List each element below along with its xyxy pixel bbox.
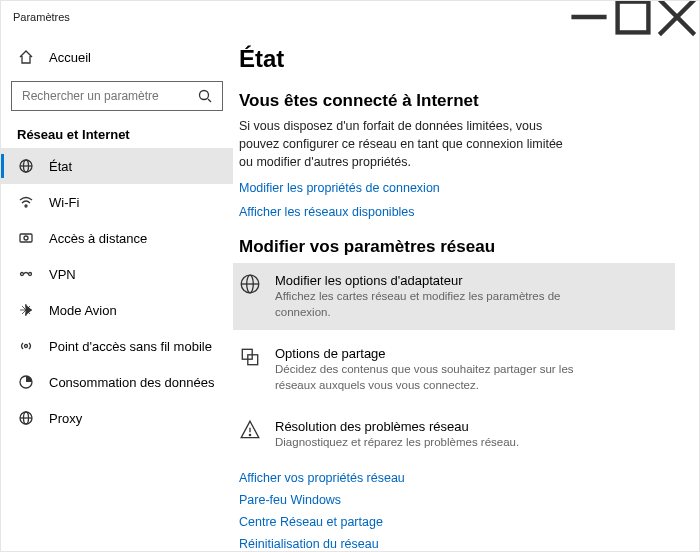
svg-rect-1 (618, 2, 649, 33)
window-controls (567, 1, 699, 33)
option-title: Résolution des problèmes réseau (275, 419, 519, 434)
link-windows-firewall[interactable]: Pare-feu Windows (239, 493, 671, 507)
svg-point-4 (200, 91, 209, 100)
search-input[interactable] (11, 81, 223, 111)
option-title: Modifier les options d'adaptateur (275, 273, 585, 288)
link-network-center[interactable]: Centre Réseau et partage (239, 515, 671, 529)
svg-point-12 (21, 273, 24, 276)
svg-rect-10 (20, 234, 32, 242)
content-area: État Vous êtes connecté à Internet Si vo… (233, 33, 699, 552)
maximize-button[interactable] (611, 1, 655, 33)
sidebar-item-label: Accès à distance (49, 231, 147, 246)
sidebar-item-dialup[interactable]: Accès à distance (1, 220, 233, 256)
option-adapter[interactable]: Modifier les options d'adaptateur Affich… (233, 263, 675, 330)
close-button[interactable] (655, 1, 699, 33)
status-title: Vous êtes connecté à Internet (239, 91, 671, 111)
sidebar-item-label: VPN (49, 267, 76, 282)
minimize-button[interactable] (567, 1, 611, 33)
home-label: Accueil (49, 50, 91, 65)
search-icon (196, 88, 214, 104)
option-title: Options de partage (275, 346, 585, 361)
option-troubleshoot[interactable]: Résolution des problèmes réseau Diagnost… (233, 409, 675, 461)
window-title: Paramètres (13, 11, 70, 23)
sidebar-item-label: Consommation des données (49, 375, 215, 390)
sidebar-item-airplane[interactable]: Mode Avion (1, 292, 233, 328)
option-sharing[interactable]: Options de partage Décidez des contenus … (233, 336, 675, 403)
sidebar-item-label: Wi-Fi (49, 195, 79, 210)
link-available-networks[interactable]: Afficher les réseaux disponibles (239, 205, 671, 219)
status-body: Si vous disposez d'un forfait de données… (239, 117, 569, 171)
option-desc: Diagnostiquez et réparez les problèmes r… (275, 435, 519, 451)
sidebar-item-label: Proxy (49, 411, 82, 426)
svg-point-13 (29, 273, 32, 276)
globe-icon (17, 158, 35, 174)
sidebar-item-proxy[interactable]: Proxy (1, 400, 233, 436)
sidebar-item-wifi[interactable]: Wi-Fi (1, 184, 233, 220)
airplane-icon (17, 302, 35, 318)
sidebar-item-label: État (49, 159, 72, 174)
home-icon (17, 49, 35, 65)
sidebar-item-etat[interactable]: État (1, 148, 233, 184)
sharing-icon (239, 346, 261, 371)
sidebar-item-datausage[interactable]: Consommation des données (1, 364, 233, 400)
dialup-icon (17, 230, 35, 246)
home-nav[interactable]: Accueil (1, 39, 233, 75)
modify-section-title: Modifier vos paramètres réseau (239, 237, 671, 257)
sidebar: Accueil Réseau et Internet État Wi-Fi (1, 33, 233, 552)
svg-point-14 (25, 345, 28, 348)
sidebar-item-vpn[interactable]: VPN (1, 256, 233, 292)
svg-point-25 (249, 435, 250, 436)
link-connection-props[interactable]: Modifier les propriétés de connexion (239, 181, 671, 195)
svg-line-5 (208, 99, 211, 102)
link-network-reset[interactable]: Réinitialisation du réseau (239, 537, 671, 551)
vpn-icon (17, 266, 35, 282)
link-network-properties[interactable]: Afficher vos propriétés réseau (239, 471, 671, 485)
category-title: Réseau et Internet (1, 119, 233, 148)
search-input-field[interactable] (20, 88, 190, 104)
svg-point-11 (24, 236, 28, 240)
titlebar: Paramètres (1, 1, 699, 33)
option-desc: Décidez des contenus que vous souhaitez … (275, 362, 585, 393)
datausage-icon (17, 374, 35, 390)
sidebar-item-label: Mode Avion (49, 303, 117, 318)
sidebar-item-label: Point d'accès sans fil mobile (49, 339, 212, 354)
sidebar-item-hotspot[interactable]: Point d'accès sans fil mobile (1, 328, 233, 364)
option-desc: Affichez les cartes réseau et modifiez l… (275, 289, 585, 320)
hotspot-icon (17, 338, 35, 354)
globe-icon (239, 273, 261, 298)
wifi-icon (17, 194, 35, 210)
svg-point-9 (25, 205, 27, 207)
page-title: État (239, 45, 671, 73)
proxy-icon (17, 410, 35, 426)
warning-icon (239, 419, 261, 444)
